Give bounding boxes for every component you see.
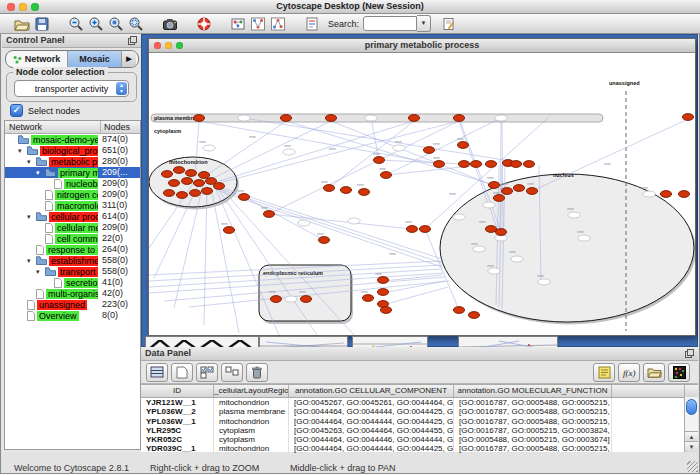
node[interactable] xyxy=(318,237,329,244)
column-header[interactable] xyxy=(612,385,685,397)
background-window-fragment[interactable] xyxy=(145,336,259,347)
import-attributes-icon[interactable] xyxy=(643,363,665,382)
node[interactable] xyxy=(526,188,537,195)
configure-search-icon[interactable] xyxy=(439,15,459,33)
node[interactable] xyxy=(163,190,174,197)
tab-mosaic[interactable]: Mosaic xyxy=(68,51,122,67)
node[interactable] xyxy=(501,188,512,195)
resize-grip[interactable] xyxy=(687,461,698,472)
node[interactable] xyxy=(678,191,689,198)
attribute-matrix-icon[interactable] xyxy=(668,363,690,382)
zoom-selected-icon[interactable] xyxy=(106,15,126,33)
node[interactable] xyxy=(493,195,504,202)
network-canvas[interactable]: plasma membranecytoplasmmitochondrionnuc… xyxy=(149,53,695,335)
layout-nodes-icon[interactable] xyxy=(248,15,268,33)
node[interactable] xyxy=(470,161,481,168)
node[interactable] xyxy=(377,277,388,284)
node[interactable] xyxy=(408,115,419,122)
node[interactable] xyxy=(523,161,534,168)
tree-expand-icon[interactable]: ▾ xyxy=(27,158,36,166)
node[interactable] xyxy=(423,147,434,154)
table-scrollbar[interactable]: ▲ ▼ xyxy=(684,397,698,452)
node[interactable] xyxy=(433,161,444,168)
unselect-attributes-icon[interactable] xyxy=(221,363,243,382)
tab-network[interactable]: Network xyxy=(6,51,68,67)
node[interactable] xyxy=(453,115,464,122)
node[interactable] xyxy=(488,182,499,189)
node[interactable] xyxy=(176,192,187,199)
node[interactable] xyxy=(193,180,204,187)
search-input[interactable] xyxy=(363,16,417,31)
node[interactable] xyxy=(660,191,671,198)
tree-row-cellular-process[interactable]: ▾cellular process614(0) xyxy=(5,211,140,222)
node[interactable] xyxy=(406,226,417,233)
help-ring-icon[interactable] xyxy=(194,15,214,33)
snapshot-icon[interactable] xyxy=(160,15,180,33)
annotation-icon[interactable] xyxy=(302,15,322,33)
tree-row-metabolic-process[interactable]: ▾metabolic process280(0) xyxy=(5,156,140,167)
node[interactable] xyxy=(161,171,172,178)
tree-row-nitrogen-compo[interactable]: nitrogen compo209(0) xyxy=(5,189,140,200)
tree-row-nucleobase-[interactable]: nucleobase-209(0) xyxy=(5,178,140,189)
node[interactable] xyxy=(485,161,496,168)
node[interactable] xyxy=(377,289,388,296)
column-header[interactable]: _cellularLayoutRegion xyxy=(214,385,289,397)
node[interactable] xyxy=(485,226,496,233)
tree-expand-icon[interactable]: ▾ xyxy=(27,213,36,221)
tree-row-transport[interactable]: ▾transport558(0) xyxy=(5,266,140,277)
function-builder-icon[interactable]: f(x) xyxy=(618,363,640,382)
tree-row-multi-organism-pro[interactable]: multi-organism pro42(0) xyxy=(5,288,140,299)
node[interactable] xyxy=(173,167,184,174)
tree-row-response-to-stimulu[interactable]: response to stimulu264(0) xyxy=(5,244,140,255)
tree-row-cellular-metabo[interactable]: cellular metabo209(0) xyxy=(5,222,140,233)
tree-row-cell-communicat[interactable]: cell communicat22(0) xyxy=(5,233,140,244)
node[interactable] xyxy=(168,180,179,187)
column-header[interactable]: annotation.GO MOLECULAR_FUNCTION xyxy=(454,385,612,397)
new-attribute-icon[interactable] xyxy=(171,363,193,382)
attribute-list-icon[interactable] xyxy=(593,363,615,382)
tree-row-establishment-of-lo[interactable]: ▾establishment of lo558(0) xyxy=(5,255,140,266)
node[interactable] xyxy=(201,188,212,195)
node[interactable] xyxy=(380,307,391,314)
table-row[interactable]: YPL036W__2plasma membrane[GO:0044464, GO… xyxy=(141,407,698,416)
zoom-out-icon[interactable] xyxy=(66,15,86,33)
node[interactable] xyxy=(198,172,209,179)
table-row[interactable]: YKR052Ccytoplasm[GO:0044464, GO:0044446,… xyxy=(141,435,698,444)
attribute-table-icon[interactable] xyxy=(146,363,168,382)
node[interactable] xyxy=(185,170,196,177)
node[interactable] xyxy=(213,183,224,190)
node[interactable] xyxy=(419,226,430,233)
scrollbar-thumb[interactable] xyxy=(686,399,697,415)
node[interactable] xyxy=(362,295,373,302)
node[interactable] xyxy=(380,172,391,179)
tree-row-primary-metabo[interactable]: ▾primary metabo209(... xyxy=(5,167,140,178)
table-row[interactable]: YPL036W__1mitochondrion[GO:0044464, GO:0… xyxy=(141,417,698,426)
node[interactable] xyxy=(453,307,464,314)
network-view-window[interactable]: primary metabolic process plasma membran… xyxy=(148,38,696,336)
table-row[interactable]: YLR295Ccytoplasm[GO:0045263, GO:0044464,… xyxy=(141,426,698,435)
tree-row-secretion[interactable]: secretion41(0) xyxy=(5,277,140,288)
node-color-select[interactable]: transporter activity ▲▼ xyxy=(14,80,129,97)
node[interactable] xyxy=(495,229,506,236)
node[interactable] xyxy=(323,185,334,192)
tree-row-mosaic-demo-yeast[interactable]: mosaic-demo-yeast874(0) xyxy=(5,134,140,145)
node[interactable] xyxy=(189,190,200,197)
node[interactable] xyxy=(300,296,311,303)
node[interactable] xyxy=(193,115,204,122)
node[interactable] xyxy=(181,178,192,185)
float-panel-icon[interactable] xyxy=(685,349,694,358)
node[interactable] xyxy=(340,187,351,194)
tree-expand-icon[interactable]: ▾ xyxy=(36,169,45,177)
node[interactable] xyxy=(513,185,524,192)
column-header[interactable]: annotation.GO CELLULAR_COMPONENT xyxy=(289,385,454,397)
node[interactable] xyxy=(280,115,291,122)
node[interactable] xyxy=(263,211,274,218)
more-tabs-arrow-icon[interactable]: ▶ xyxy=(122,51,136,67)
node[interactable] xyxy=(458,161,469,168)
node[interactable] xyxy=(270,296,281,303)
tree-row-biological-process[interactable]: ▾biological_process651(0) xyxy=(5,145,140,156)
save-session-icon[interactable] xyxy=(32,15,52,33)
background-window-fragment[interactable] xyxy=(458,336,558,347)
node[interactable] xyxy=(223,227,234,234)
search-dropdown-icon[interactable]: ▼ xyxy=(417,15,431,32)
